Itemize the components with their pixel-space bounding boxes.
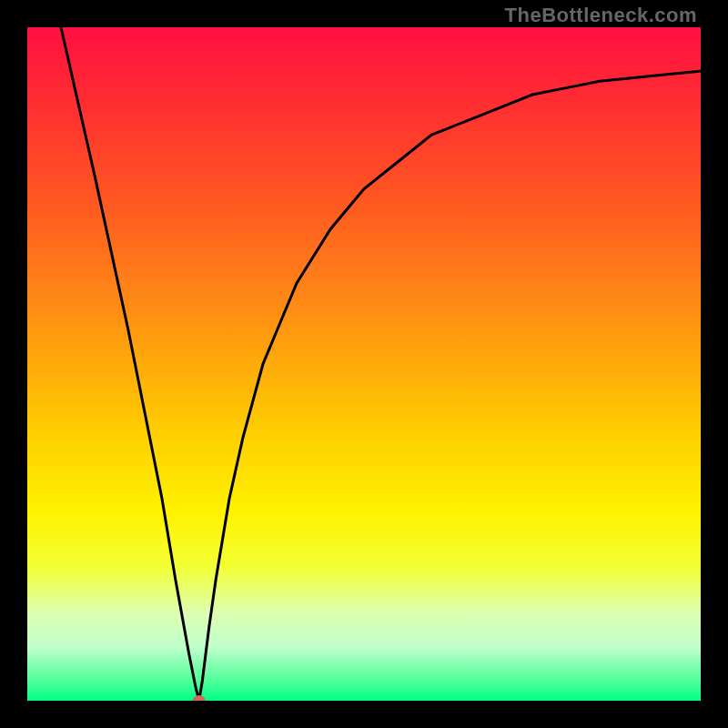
bottleneck-chart (27, 27, 701, 701)
attribution-label: TheBottleneck.com (505, 4, 697, 27)
chart-background (27, 27, 701, 701)
